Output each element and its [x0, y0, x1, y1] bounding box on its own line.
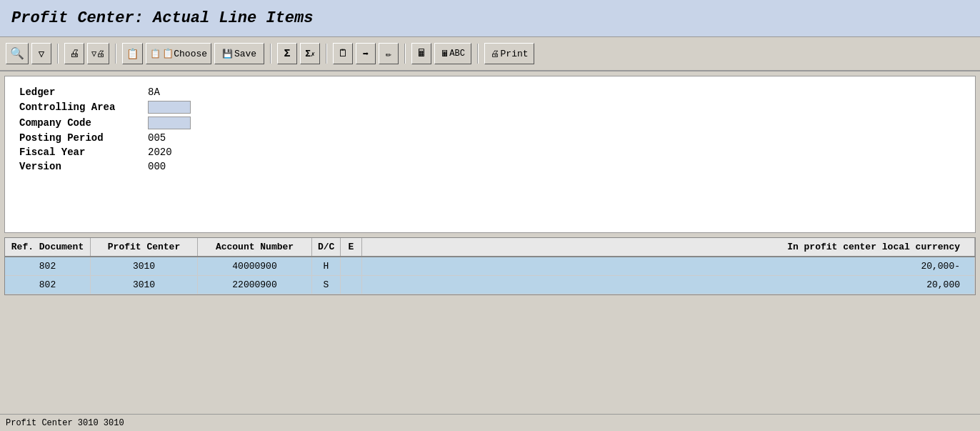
- save-icon: 💾: [222, 49, 233, 59]
- ledger-label: Ledger: [19, 86, 148, 98]
- detail-icon: 🗒: [338, 48, 348, 59]
- col-header-dc: D/C: [312, 238, 341, 256]
- header-info-area: Ledger 8A Controlling Area Company Code …: [4, 76, 976, 233]
- choose-label: 📋Choose: [162, 48, 207, 59]
- calculator-button[interactable]: 🖩: [411, 43, 431, 64]
- search-button[interactable]: 🔍: [6, 43, 29, 64]
- col-header-profit-center: Profit Center: [91, 238, 198, 256]
- separator-3: [270, 44, 271, 64]
- separator-2: [115, 44, 116, 64]
- cell-dc-2: S: [312, 276, 341, 294]
- cell-currency-1: 20,000-: [362, 257, 975, 275]
- cell-account-number-1: 40000900: [198, 257, 312, 275]
- abc-label: ABC: [449, 49, 465, 59]
- navigate-button[interactable]: ➡: [356, 43, 376, 64]
- col-header-account-number: Account Number: [198, 238, 312, 256]
- company-code-label: Company Code: [19, 117, 148, 129]
- print-preview-icon: 🖨: [491, 49, 499, 59]
- company-code-row: Company Code: [19, 117, 961, 129]
- detail-button[interactable]: 🗒: [333, 43, 353, 64]
- cell-dc-1: H: [312, 257, 341, 275]
- table-header: Ref. Document Profit Center Account Numb…: [5, 238, 975, 257]
- copy-icon: 📋: [126, 48, 139, 60]
- ledger-value: 8A: [148, 86, 160, 98]
- version-value: 000: [148, 161, 166, 172]
- cell-e-1: [341, 257, 362, 275]
- version-label: Version: [19, 161, 148, 172]
- col-header-ref-doc: Ref. Document: [5, 238, 91, 256]
- controlling-area-row: Controlling Area: [19, 101, 961, 114]
- sum-cancel-button[interactable]: Σ✗: [300, 43, 320, 64]
- status-bar: Profit Center 3010 3010: [0, 414, 980, 431]
- copy-button[interactable]: 📋: [122, 43, 143, 64]
- cell-currency-2: 20,000: [362, 276, 975, 294]
- table-row[interactable]: 802 3010 22000900 S 20,000: [5, 276, 975, 294]
- toolbar: 🔍 ▽ 🖨 ▽🖨 📋 📋 📋Choose 💾 Save Σ Σ✗ 🗒 ➡: [0, 37, 980, 71]
- title-text: Profit Center: Actual Line Items: [11, 9, 313, 27]
- calculator-icon: 🖩: [416, 48, 426, 59]
- company-code-input[interactable]: [148, 117, 191, 129]
- print-preview-button[interactable]: 🖨 Print: [484, 43, 534, 64]
- col-header-currency: In profit center local currency: [362, 238, 975, 256]
- cell-ref-doc-2: 802: [5, 276, 91, 294]
- filter-button[interactable]: ▽: [31, 43, 51, 64]
- fiscal-year-label: Fiscal Year: [19, 147, 148, 158]
- cell-account-number-2: 22000900: [198, 276, 312, 294]
- status-text: Profit Center 3010 3010: [6, 418, 124, 428]
- page-title: Profit Center: Actual Line Items: [0, 0, 980, 37]
- col-header-e: E: [341, 238, 362, 256]
- search-icon: 🔍: [10, 46, 24, 61]
- save-label: Save: [234, 49, 256, 59]
- choose-button[interactable]: 📋 📋Choose: [146, 43, 211, 64]
- save-button[interactable]: 💾 Save: [214, 43, 264, 64]
- sum-cancel-icon: Σ✗: [305, 49, 315, 59]
- cell-e-2: [341, 276, 362, 294]
- print-options-icon: ▽🖨: [91, 49, 105, 59]
- edit-button[interactable]: ✏: [379, 43, 399, 64]
- sum-icon: Σ: [284, 48, 291, 60]
- edit-icon: ✏: [386, 48, 391, 60]
- fiscal-year-value: 2020: [148, 147, 172, 158]
- navigate-icon: ➡: [363, 48, 369, 60]
- posting-period-label: Posting Period: [19, 132, 148, 144]
- filter-icon: ▽: [39, 48, 44, 60]
- print-preview-label: Print: [501, 49, 529, 59]
- separator-5: [404, 44, 406, 64]
- abc-button[interactable]: 🖩 ABC: [434, 43, 471, 64]
- version-row: Version 000: [19, 161, 961, 172]
- print-options-button[interactable]: ▽🖨: [87, 43, 109, 64]
- controlling-area-label: Controlling Area: [19, 101, 148, 113]
- abc-icon: 🖩: [441, 49, 449, 59]
- fiscal-year-row: Fiscal Year 2020: [19, 147, 961, 158]
- ledger-row: Ledger 8A: [19, 86, 961, 98]
- print-button[interactable]: 🖨: [64, 43, 84, 64]
- separator-6: [477, 44, 479, 64]
- cell-profit-center-2: 3010: [91, 276, 198, 294]
- sum-button[interactable]: Σ: [277, 43, 297, 64]
- separator-1: [57, 44, 59, 64]
- choose-icon: 📋: [150, 49, 161, 59]
- posting-period-value: 005: [148, 132, 166, 144]
- print-icon: 🖨: [69, 48, 79, 59]
- controlling-area-input[interactable]: [148, 101, 191, 114]
- cell-ref-doc-1: 802: [5, 257, 91, 275]
- cell-profit-center-1: 3010: [91, 257, 198, 275]
- posting-period-row: Posting Period 005: [19, 132, 961, 144]
- line-items-table: Ref. Document Profit Center Account Numb…: [4, 237, 976, 295]
- table-row[interactable]: 802 3010 40000900 H 20,000-: [5, 257, 975, 276]
- separator-4: [326, 44, 327, 64]
